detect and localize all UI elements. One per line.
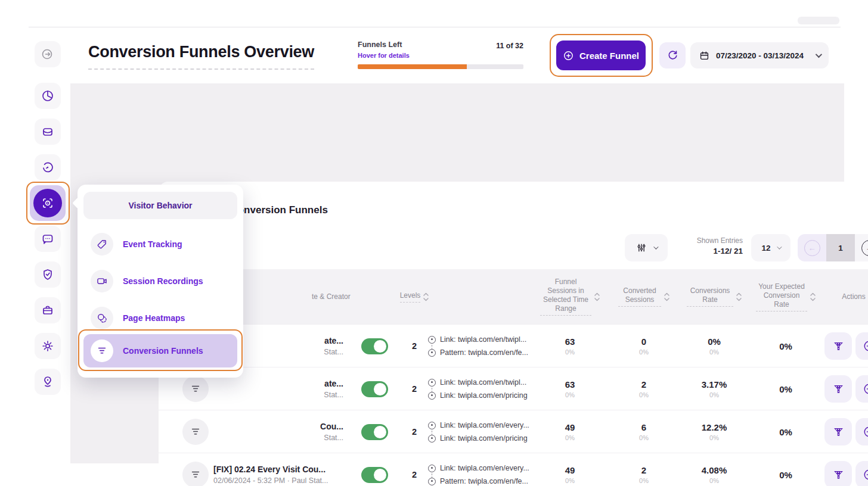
funnel-icon [190, 469, 202, 481]
funnel-chart-button[interactable] [824, 332, 852, 360]
column-header-expected-rate[interactable]: Your Expected Conversion Rate [752, 269, 820, 324]
table-row[interactable]: Cou... Stat... 2 Link: twipla.com/en/eve… [159, 410, 868, 453]
more-options-button[interactable] [855, 375, 868, 403]
heatmap-circles-icon [91, 307, 113, 329]
column-header-conversions-rate[interactable]: Conversions Rate [680, 269, 748, 324]
sidebar-item-location[interactable] [35, 369, 61, 395]
step-marker-icon [428, 465, 436, 472]
flyout-item-event-tracking[interactable]: Event Tracking [83, 228, 237, 261]
pagination-prev-button[interactable]: ← [798, 234, 826, 261]
converted-sessions-cell: 60% [614, 410, 674, 453]
row-actions [824, 461, 868, 486]
page-header: Conversion Funnels Overview Funnels Left… [70, 27, 844, 83]
step-marker-icon [428, 379, 436, 387]
flyout-item-session-recordings[interactable]: Session Recordings [83, 264, 237, 298]
funnel-sessions-cell: 630% [540, 325, 600, 367]
funnels-left-hover-link[interactable]: Hover for details [358, 52, 523, 59]
sidebar-item-company[interactable] [35, 297, 61, 323]
page-size-value: 12 [761, 244, 770, 253]
sidebar-item-collapse[interactable] [35, 41, 61, 67]
chevron-down-icon [816, 51, 822, 58]
funnel-enabled-toggle[interactable] [361, 381, 388, 397]
funnel-chart-icon [832, 426, 845, 438]
column-header-funnel-sessions[interactable]: Funnel Sessions in Selected Time Range [536, 269, 604, 324]
more-options-button[interactable] [855, 332, 868, 360]
sort-icon [423, 292, 429, 301]
table-row[interactable]: ate... Stat... 2 Link: twipla.com/en/twi… [159, 367, 868, 410]
funnel-name-cell[interactable]: Cou... Stat... [182, 410, 343, 453]
more-options-button[interactable] [855, 461, 868, 486]
funnel-sessions-cell: 490% [540, 453, 600, 486]
shown-entries: Shown Entries 1-12/ 21 [676, 236, 743, 256]
pagination: ← 1 → [798, 234, 868, 261]
funnel-enabled-toggle[interactable] [361, 338, 388, 354]
funnels-left-count: 11 of 32 [496, 42, 523, 50]
sidebar-item-visitor-behavior[interactable] [30, 185, 66, 221]
sidebar-item-feedback[interactable] [35, 226, 61, 252]
funnel-enabled-toggle[interactable] [361, 424, 388, 440]
column-header-converted-sessions[interactable]: Converted Sessions [610, 269, 678, 324]
funnel-chart-button[interactable] [824, 418, 852, 446]
expected-rate-cell: 0% [756, 325, 816, 367]
flyout-item-page-heatmaps[interactable]: Page Heatmaps [83, 301, 237, 335]
video-camera-icon [91, 270, 113, 292]
page-size-dropdown[interactable]: 12 [751, 234, 790, 261]
tag-icon [91, 233, 113, 256]
sort-icon [810, 292, 816, 301]
refresh-button[interactable] [659, 42, 686, 68]
table-row[interactable]: ate... Stat... 2 Link: twipla.com/en/twi… [159, 324, 868, 367]
converted-sessions-cell: 00% [614, 325, 674, 367]
step-marker-icon [428, 422, 436, 429]
funnels-left-widget[interactable]: Funnels Left Hover for details 11 of 32 [358, 40, 523, 59]
conversions-rate-cell: 4.08%0% [684, 453, 744, 486]
funnel-chart-button[interactable] [824, 375, 852, 403]
privacy-shield-icon [41, 267, 55, 282]
create-funnel-button[interactable]: Create Funnel [556, 40, 646, 70]
history-icon [41, 160, 55, 175]
funnel-sessions-cell: 630% [540, 367, 600, 410]
toggle-knob [374, 469, 386, 481]
visitor-behavior-active-circle [33, 189, 62, 217]
sidebar-item-dashboard[interactable] [35, 83, 61, 109]
funnels-left-progress-track [358, 64, 523, 69]
step-marker-icon [428, 478, 436, 485]
toggle-knob [374, 383, 386, 395]
collapse-panel-icon [41, 47, 55, 61]
date-range-value: 07/23/2020 - 03/13/2024 [716, 51, 810, 60]
funnel-chart-icon [832, 383, 845, 395]
row-actions [824, 332, 868, 360]
sort-icon [664, 292, 669, 301]
column-filter-button[interactable] [625, 234, 668, 261]
funnel-sessions-cell: 490% [540, 410, 600, 453]
sort-icon [594, 292, 600, 301]
more-options-button[interactable] [855, 418, 868, 446]
converted-sessions-cell: 20% [614, 453, 674, 486]
funnel-chart-button[interactable] [824, 461, 852, 486]
pagination-next-button[interactable]: → [855, 234, 868, 261]
funnel-chart-icon [832, 340, 845, 353]
funnel-row-icon [182, 462, 209, 486]
pagination-current-page[interactable]: 1 [826, 234, 855, 261]
converted-sessions-cell: 20% [614, 367, 674, 410]
sidebar-item-settings[interactable] [35, 333, 61, 359]
funnels-left-progress-fill [358, 64, 467, 69]
sidebar-item-history[interactable] [35, 154, 61, 180]
analytics-app: Conversion Funnels Overview Funnels Left… [0, 0, 868, 486]
date-range-picker[interactable]: 07/23/2020 - 03/13/2024 [690, 42, 829, 68]
funnel-name-cell[interactable]: [FIX] 02.24 Every Visit Cou... 02/06/202… [213, 453, 343, 486]
column-header-levels[interactable]: Levels [390, 269, 438, 324]
funnel-steps: Link: twipla.com/en/every... Link: twipl… [428, 419, 529, 445]
row-actions [824, 418, 868, 446]
funnel-steps: Link: twipla.com/en/every... Pattern: tw… [428, 462, 529, 486]
expected-rate-cell: 0% [756, 453, 816, 486]
funnel-enabled-toggle[interactable] [361, 467, 388, 483]
funnel-steps: Link: twipla.com/en/twipl... Pattern: tw… [428, 333, 528, 359]
sidebar-item-privacy[interactable] [35, 261, 61, 288]
table-row[interactable]: [FIX] 02.24 Every Visit Cou... 02/06/202… [159, 453, 868, 486]
column-header-name[interactable]: te & Creator [312, 269, 351, 324]
flyout-item-conversion-funnels[interactable]: Conversion Funnels [83, 334, 237, 367]
window-control-placeholder [798, 17, 839, 24]
step-marker-icon [428, 349, 436, 357]
ellipsis-icon [863, 382, 868, 395]
sidebar-item-inbox[interactable] [35, 119, 61, 145]
